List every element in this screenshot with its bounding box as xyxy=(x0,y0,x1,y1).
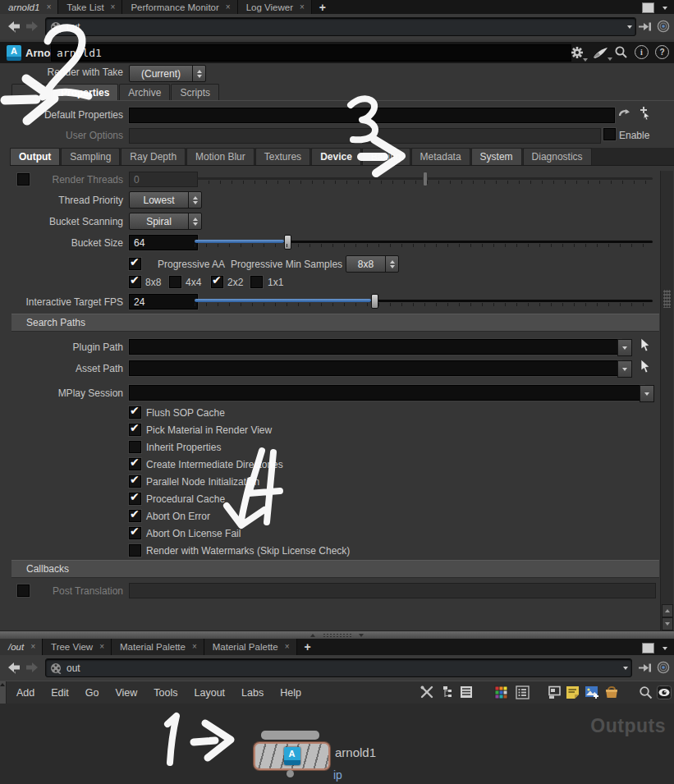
search-icon[interactable] xyxy=(614,45,628,59)
enable-checkbox[interactable] xyxy=(603,128,616,140)
tools-icon[interactable] xyxy=(420,685,434,699)
pane-tab-material-palette-1[interactable]: Material Palette xyxy=(112,639,204,655)
pane-menu-icon[interactable] xyxy=(663,7,667,10)
eye-icon[interactable] xyxy=(657,685,672,699)
menu-go[interactable]: Go xyxy=(77,687,108,699)
sticky-note-icon[interactable] xyxy=(565,685,580,699)
node-name-field[interactable]: arnold1 xyxy=(51,44,571,62)
take-dropdown[interactable]: (Current) xyxy=(129,65,206,82)
option-checkbox[interactable] xyxy=(129,544,141,557)
pane-menu-icon[interactable] xyxy=(663,647,667,650)
path-field[interactable]: out xyxy=(45,658,632,677)
file-chooser-icon[interactable] xyxy=(639,337,652,352)
gift-box-icon[interactable] xyxy=(604,685,619,699)
option-checkbox[interactable] xyxy=(129,406,141,419)
asset-path-dropdown[interactable] xyxy=(617,360,632,378)
mplay-session-input[interactable] xyxy=(129,385,644,401)
progressive-aa-checkbox[interactable] xyxy=(129,258,141,270)
path-dropdown-icon[interactable] xyxy=(627,25,632,29)
tab-textures[interactable]: Textures xyxy=(255,148,310,165)
spinner-icon[interactable] xyxy=(192,66,205,81)
revert-icon[interactable] xyxy=(617,108,631,119)
option-checkbox[interactable] xyxy=(129,441,141,453)
plugin-path-dropdown[interactable] xyxy=(617,339,632,356)
splitter-grip[interactable] xyxy=(323,633,352,638)
forward-icon[interactable] xyxy=(25,662,39,674)
splitter-collapse-down-icon[interactable] xyxy=(359,634,364,637)
brush-icon[interactable] xyxy=(593,47,609,59)
search-paths-header[interactable]: Search Paths xyxy=(11,314,659,332)
tab-metadata[interactable]: Metadata xyxy=(411,148,470,165)
close-icon[interactable] xyxy=(30,643,35,651)
list-view-icon[interactable] xyxy=(459,685,474,699)
bucket-scanning-dropdown[interactable]: Spiral xyxy=(129,213,202,230)
new-pane-tab-button[interactable]: + xyxy=(297,639,319,655)
scroll-up-icon[interactable] xyxy=(662,604,673,617)
spinner-icon[interactable] xyxy=(188,192,201,208)
splitter-collapse-up-icon[interactable] xyxy=(310,634,315,637)
slider-handle[interactable] xyxy=(371,294,378,309)
bucket-size-input[interactable]: 64 xyxy=(129,235,198,250)
mplay-session-dropdown[interactable] xyxy=(640,385,654,402)
spinner-icon[interactable] xyxy=(385,256,398,272)
close-icon[interactable] xyxy=(300,3,305,11)
tab-hidden[interactable] xyxy=(11,84,51,101)
arnold1-node[interactable]: A xyxy=(254,742,330,770)
close-icon[interactable] xyxy=(46,3,51,11)
callbacks-header[interactable]: Callbacks xyxy=(11,560,659,578)
menu-help[interactable]: Help xyxy=(272,687,309,699)
tab-archive[interactable]: Archive xyxy=(119,84,170,101)
pane-tab-take-list[interactable]: Take List xyxy=(58,0,122,14)
tab-motion-blur[interactable]: Motion Blur xyxy=(186,148,254,165)
option-checkbox[interactable] xyxy=(129,475,141,488)
slider-handle[interactable] xyxy=(423,172,428,186)
pane-tab-material-palette-2[interactable]: Material Palette xyxy=(204,639,297,655)
tab-diagnostics[interactable]: Diagnostics xyxy=(523,148,592,165)
menu-add[interactable]: Add xyxy=(8,687,43,699)
forward-icon[interactable] xyxy=(25,21,39,33)
menu-tools[interactable]: Tools xyxy=(145,687,186,699)
thread-priority-dropdown[interactable]: Lowest xyxy=(129,191,202,209)
info-icon[interactable]: i xyxy=(635,45,649,59)
menubar-handle[interactable] xyxy=(0,681,7,704)
option-checkbox[interactable] xyxy=(129,424,141,436)
option-checkbox[interactable] xyxy=(129,493,141,505)
image-add-icon[interactable] xyxy=(585,685,599,699)
spinner-icon[interactable] xyxy=(188,213,201,229)
file-chooser-icon[interactable] xyxy=(639,359,652,374)
aa-2x2-checkbox[interactable] xyxy=(211,276,223,288)
tab-system[interactable]: System xyxy=(471,148,522,165)
help-icon[interactable]: ? xyxy=(655,45,669,59)
follow-target-icon[interactable] xyxy=(657,20,670,33)
option-checkbox[interactable] xyxy=(129,458,141,470)
option-checkbox[interactable] xyxy=(129,510,141,522)
pane-tab-arnold1[interactable]: arnold1 xyxy=(0,0,58,14)
tab-properties[interactable]: Properties xyxy=(52,84,118,101)
scrollbar[interactable] xyxy=(660,171,673,630)
menu-edit[interactable]: Edit xyxy=(43,687,77,699)
pane-tab-out[interactable]: /out xyxy=(0,639,43,655)
close-icon[interactable] xyxy=(192,643,197,651)
gear-icon[interactable] xyxy=(570,45,585,60)
back-icon[interactable] xyxy=(7,21,21,33)
color-palette-icon[interactable] xyxy=(493,685,508,699)
plugin-path-input[interactable] xyxy=(129,339,621,355)
tab-ray-depth[interactable]: Ray Depth xyxy=(121,148,186,165)
menu-layout[interactable]: Layout xyxy=(186,687,234,699)
aa-4x4-checkbox[interactable] xyxy=(169,276,181,288)
follow-target-icon[interactable] xyxy=(657,661,670,674)
menu-view[interactable]: View xyxy=(107,687,145,699)
path-field[interactable]: out xyxy=(45,17,636,36)
default-properties-input[interactable] xyxy=(129,108,615,123)
tab-device[interactable]: Device xyxy=(311,148,361,165)
close-icon[interactable] xyxy=(99,643,104,651)
path-dropdown-icon[interactable] xyxy=(623,667,628,670)
asset-path-input[interactable] xyxy=(129,360,621,376)
pane-tab-tree-view[interactable]: Tree View xyxy=(43,639,112,655)
tab-sampling[interactable]: Sampling xyxy=(61,148,120,165)
node-output-connector[interactable] xyxy=(287,770,294,777)
close-icon[interactable] xyxy=(111,3,116,11)
scroll-down-icon[interactable] xyxy=(662,617,673,630)
pane-maximize-icon[interactable] xyxy=(642,2,654,13)
aa-1x1-checkbox[interactable] xyxy=(250,276,263,288)
